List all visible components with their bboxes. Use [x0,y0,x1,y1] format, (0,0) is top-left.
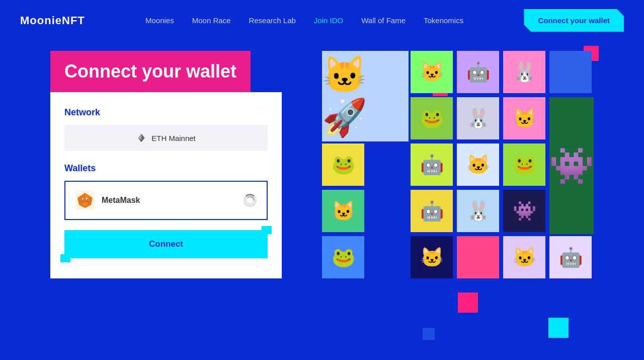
svg-point-16 [246,196,254,204]
nft-cell-9: 🤖 [411,143,453,186]
nav-links: Moonies Moon Race Research Lab Join IDO … [145,16,463,25]
nft-char-14: 🐰 [457,190,499,232]
nft-cell-14: 🐰 [457,190,499,232]
nav-link-researchlab[interactable]: Research Lab [249,16,295,25]
nft-showcase: 🐱🚀 🐱 🤖 🐰 🐸 🐰 🐱 [322,46,624,280]
nav-item-joinido[interactable]: Join IDO [314,16,343,25]
network-value: ETH Mainnet [151,134,196,142]
nft-cell-12: 🐱 [322,190,364,232]
connect-button[interactable]: Connect [64,230,268,258]
nav-link-moonrace[interactable]: Moon Race [192,16,231,25]
nft-char-9: 🤖 [411,143,453,186]
nft-char-1: 🐱 [411,51,453,93]
brand-logo: MoonieNFT [20,14,85,27]
nft-cell-2: 🤖 [457,51,499,93]
nav-link-joinido[interactable]: Join IDO [314,16,343,25]
wallet-name: MetaMask [102,196,140,205]
nav-link-moonies[interactable]: Moonies [145,16,174,25]
svg-point-14 [87,199,88,200]
nft-cell-4 [549,51,592,93]
network-label: Network [64,107,268,118]
nft-char-16: 🐸 [322,236,364,278]
nft-char-3: 🐰 [503,51,545,93]
svg-marker-2 [138,134,142,140]
nft-char-18 [457,236,499,278]
nft-cell-7: 🐱 [503,97,545,139]
nft-char-8: 🐸 [322,143,364,186]
nft-cell-3: 🐰 [503,51,545,93]
nft-cell-20: 🤖 [549,236,592,278]
nft-cell-8: 🐸 [322,143,364,186]
deco-square-blue-2 [423,328,435,340]
nav-item-researchlab[interactable]: Research Lab [249,16,295,25]
nft-cell-1: 🐱 [411,51,453,93]
wallet-loading-spinner [244,194,257,207]
panel-title: Connect your wallet [64,61,236,82]
nft-cell-16: 🐸 [322,236,364,278]
nft-cell-large-green: 👾 [549,97,594,234]
nft-char-7: 🐱 [503,97,545,139]
nft-char-12: 🐱 [322,190,364,232]
nft-char-13: 🤖 [411,190,453,232]
nft-cell-18 [457,236,499,278]
wallet-left: MetaMask [75,191,140,210]
nft-cell-5: 🐸 [411,97,453,139]
svg-point-13 [83,199,84,200]
nav-item-walloffame[interactable]: Wall of Fame [361,16,406,25]
nft-cell-11: 🐸 [503,143,545,186]
nav-link-tokenomics[interactable]: Tokenomics [424,16,463,25]
panel-header: Connect your wallet [50,51,251,92]
nft-char-20: 🤖 [549,236,592,278]
nft-char-large-green: 👾 [549,97,594,234]
nft-char-15: 👾 [503,190,545,232]
nft-char-19: 🐱 [503,236,545,278]
connect-wallet-button[interactable]: Connect your wallet [524,9,624,32]
nav-item-moonrace[interactable]: Moon Race [192,16,231,25]
navigation: MoonieNFT Moonies Moon Race Research Lab… [0,0,644,41]
nft-cell-17: 🐱 [411,236,453,278]
panel-body: Network ETH Mainnet Wallets [50,92,282,278]
nav-item-tokenomics[interactable]: Tokenomics [424,16,463,25]
nft-cell-15: 👾 [503,190,545,232]
wallets-label: Wallets [64,163,268,174]
nft-grid: 🐱🚀 🐱 🤖 🐰 🐸 🐰 🐱 [322,51,624,280]
metamask-icon [75,191,95,210]
ethereum-icon [136,133,146,143]
main-content: Connect your wallet Network ETH Mainnet … [0,41,644,291]
nav-link-walloffame[interactable]: Wall of Fame [361,16,406,25]
nft-char-6: 🐰 [457,97,499,139]
nft-cell-6: 🐰 [457,97,499,139]
nft-cell-10: 🐱 [457,143,499,186]
nft-char-4 [549,51,592,93]
deco-square-cyan-1 [548,318,569,338]
nft-char-2: 🤖 [457,51,499,93]
nft-char-11: 🐸 [503,143,545,186]
svg-marker-3 [141,134,145,140]
nft-char-17: 🐱 [411,236,453,278]
metamask-option[interactable]: MetaMask [64,181,268,220]
nft-cell-13: 🤖 [411,190,453,232]
nft-char-5: 🐸 [411,97,453,139]
wallet-connect-panel: Connect your wallet Network ETH Mainnet … [50,51,302,280]
nft-cell-19: 🐱 [503,236,545,278]
nav-item-moonies[interactable]: Moonies [145,16,174,25]
deco-square-pink-3 [458,293,478,313]
nft-char-10: 🐱 [457,143,499,186]
network-selector[interactable]: ETH Mainnet [64,125,268,151]
nft-char-cat-astronaut: 🐱🚀 [322,51,409,141]
nft-cell-featured: 🐱🚀 [322,51,409,141]
